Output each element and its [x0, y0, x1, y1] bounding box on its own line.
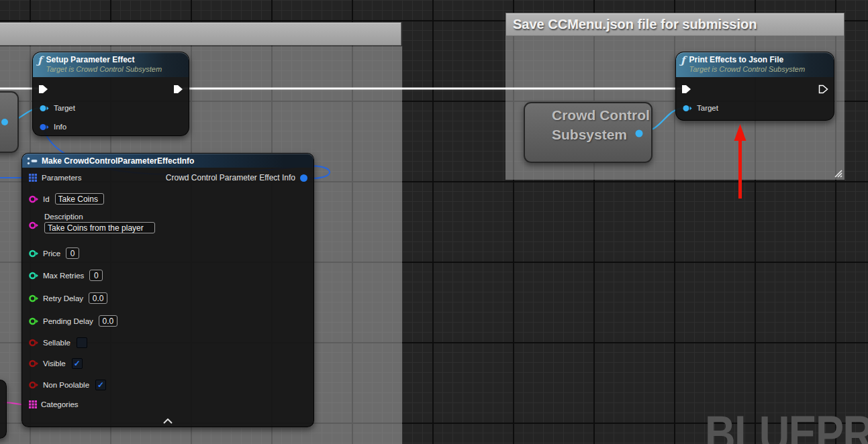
comment-title-right[interactable]: Save CCMenu.json file for submission	[505, 13, 845, 36]
node-subtitle: Target is Crowd Control Subsystem	[689, 65, 805, 74]
node-make-crowdcontrol-parameter-effect-info[interactable]: Make CrowdControlParameterEffectInfo Par…	[21, 153, 314, 427]
retry-delay-float-pin[interactable]	[29, 294, 39, 302]
pin-label: Retry Delay	[43, 294, 83, 302]
object-output-pin-partial[interactable]	[1, 118, 11, 126]
output-pin-label: Crowd Control Parameter Effect Info	[166, 173, 295, 182]
non-poolable-bool-pin[interactable]	[29, 381, 39, 389]
max-retries-input[interactable]	[89, 270, 103, 281]
pin-label: Non Poolable	[43, 381, 89, 389]
pin-label: Description	[44, 213, 155, 221]
exec-in-pin[interactable]	[38, 85, 48, 94]
make-row-retry-delay: Retry Delay	[29, 292, 107, 304]
exec-out-pin[interactable]	[173, 85, 183, 94]
id-input[interactable]	[55, 193, 104, 205]
make-row-sellable: Sellable ✓	[29, 337, 87, 348]
price-int-pin[interactable]	[29, 249, 39, 258]
sellable-checkbox[interactable]: ✓	[77, 337, 87, 348]
node-print-effects-to-json[interactable]: ƒ Print Effects to Json File Target is C…	[675, 52, 834, 121]
pin-row-target: Target	[40, 104, 75, 112]
pin-row-info: Info	[40, 123, 66, 131]
variable-node-label: Crowd Control Subsystem	[525, 103, 653, 144]
function-icon: ƒ	[38, 56, 42, 66]
price-input[interactable]	[66, 247, 79, 259]
pending-delay-input[interactable]	[99, 315, 117, 327]
node-subtitle: Target is Crowd Control Subsystem	[46, 65, 162, 74]
partial-node-bottom-left[interactable]	[0, 380, 7, 439]
node-setup-parameter-effect[interactable]: ƒ Setup Parameter Effect Target is Crowd…	[32, 52, 189, 136]
exec-in-pin[interactable]	[681, 85, 691, 94]
visible-checkbox[interactable]: ✓	[72, 358, 83, 369]
pin-label: Categories	[41, 400, 79, 408]
subsystem-output-pin[interactable]	[634, 129, 645, 137]
retry-delay-input[interactable]	[89, 292, 107, 304]
pin-label: Info	[54, 123, 66, 131]
make-row-categories: Categories	[29, 400, 79, 408]
make-row-pending-delay: Pending Delay	[29, 315, 117, 327]
make-row-id: Id	[29, 193, 104, 205]
comment-resize-grip[interactable]	[834, 169, 843, 178]
comment-title-left[interactable]	[0, 22, 401, 46]
blueprint-graph-canvas[interactable]: BLUEPRINT Save CCMenu.json file for subm…	[0, 0, 868, 444]
pin-label: Price	[43, 249, 60, 258]
pin-label: Target	[697, 104, 718, 112]
node-title: Make CrowdControlParameterEffectInfo	[42, 156, 194, 166]
node-crowd-control-subsystem[interactable]: Crowd Control Subsystem	[524, 102, 653, 163]
function-icon: ƒ	[681, 56, 685, 66]
make-node-header[interactable]: Make CrowdControlParameterEffectInfo	[22, 154, 314, 168]
description-string-pin[interactable]	[29, 221, 39, 229]
make-row-visible: Visible ✓	[29, 358, 83, 369]
pending-delay-float-pin[interactable]	[29, 317, 39, 325]
make-row-non-poolable: Non Poolable ✓	[29, 380, 106, 390]
exec-out-pin[interactable]	[818, 85, 828, 94]
pin-label: Target	[54, 104, 75, 112]
make-row-description: Description	[29, 213, 155, 233]
description-input[interactable]	[44, 222, 155, 233]
pin-label: Id	[43, 195, 50, 203]
pin-label: Sellable	[43, 339, 70, 347]
categories-struct-pin[interactable]	[29, 400, 37, 408]
make-struct-icon	[27, 157, 38, 165]
target-pin[interactable]	[683, 105, 693, 112]
collapse-unused-pins-button[interactable]	[163, 419, 173, 424]
pin-label: Max Retries	[43, 272, 84, 280]
parameters-struct-pin[interactable]	[29, 174, 37, 182]
make-row-parameters: Parameters Crowd Control Parameter Effec…	[29, 173, 308, 182]
info-pin[interactable]	[40, 123, 50, 131]
sellable-bool-pin[interactable]	[29, 339, 39, 347]
pin-label: Visible	[43, 359, 66, 368]
max-retries-int-pin[interactable]	[29, 272, 39, 280]
output-struct-pin[interactable]	[299, 174, 308, 182]
pin-row-target: Target	[683, 104, 718, 112]
comment-title-right-text: Save CCMenu.json file for submission	[513, 17, 757, 32]
pin-label: Pending Delay	[43, 317, 93, 325]
node-title: Print Effects to Json File	[689, 55, 805, 65]
non-poolable-checkbox[interactable]: ✓	[95, 380, 106, 390]
id-string-pin[interactable]	[29, 195, 39, 203]
pin-label: Parameters	[42, 174, 81, 182]
target-pin[interactable]	[40, 105, 50, 112]
make-row-price: Price	[29, 247, 79, 259]
make-row-max-retries: Max Retries	[29, 270, 103, 281]
visible-bool-pin[interactable]	[29, 359, 39, 368]
blueprint-watermark: BLUEPRINT	[705, 404, 868, 444]
node-title: Setup Parameter Effect	[46, 55, 162, 65]
node-print-header[interactable]: ƒ Print Effects to Json File Target is C…	[676, 52, 834, 77]
node-setup-header[interactable]: ƒ Setup Parameter Effect Target is Crowd…	[33, 52, 189, 77]
